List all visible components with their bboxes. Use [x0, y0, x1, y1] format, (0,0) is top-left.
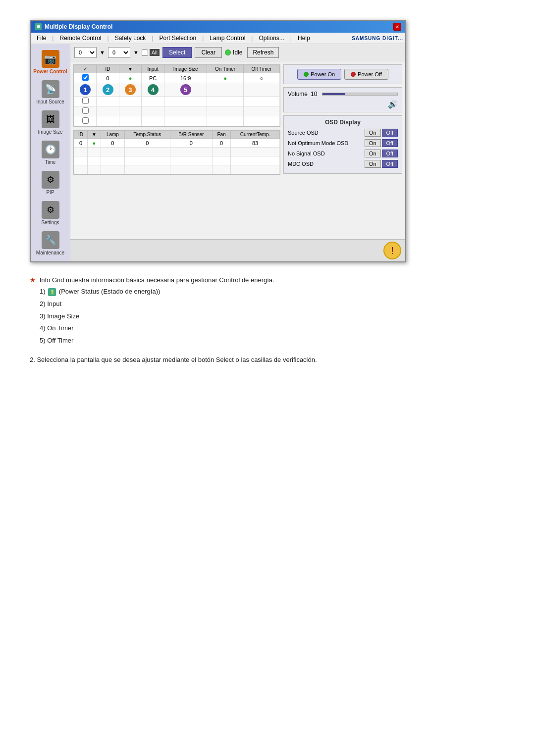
circle-4: 4 [148, 84, 159, 95]
warning-icon: ! [383, 242, 401, 259]
title-bar: 🖥 Multiple Display Control ✕ [31, 21, 405, 33]
info-note: 2. Selecciona la pantalla que se desea a… [30, 354, 505, 365]
bcol-id: ID [74, 131, 88, 139]
menu-port-selection[interactable]: Port Selection [155, 34, 200, 43]
circle-5: 5 [180, 84, 191, 95]
top-grid: ✓ ID ▼ Input Image Size On Timer Off Tim… [74, 65, 280, 126]
menu-bar: File | Remote Control | Safety Lock | Po… [31, 33, 405, 44]
idle-dot [225, 50, 231, 55]
sidebar-item-power-control[interactable]: 📷 Power Control [31, 48, 70, 76]
volume-value: 10 [311, 91, 317, 98]
col-header-on-timer: On Timer [207, 65, 243, 73]
star-icon: ★ [30, 276, 36, 284]
col-header-check: ✓ [74, 65, 97, 73]
close-button[interactable]: ✕ [393, 23, 401, 31]
toolbar: 012 ▼ 012 ▼ All Select Clear Idl [70, 44, 405, 61]
osd-not-optimum-on[interactable]: On [365, 139, 381, 147]
sidebar-item-time[interactable]: 🕐 Time [31, 139, 70, 167]
bcol-current-temp: CurrentTemp. [231, 131, 280, 139]
input-source-icon: 📡 [42, 80, 59, 98]
all-checkbox[interactable] [142, 50, 148, 56]
pip-icon: ⚙ [42, 171, 59, 189]
row-checkbox-2[interactable] [82, 98, 89, 104]
osd-source-on[interactable]: On [365, 129, 381, 137]
table-row [74, 165, 280, 174]
info-star-text: ★ Info Grid muestra información básica n… [30, 274, 505, 286]
volume-row: Volume 10 [288, 91, 398, 98]
power-control-icon: 📷 [42, 50, 59, 68]
osd-mdc-off[interactable]: Off [382, 160, 398, 168]
row-checkbox-3[interactable] [82, 107, 89, 114]
sidebar-label-maintenance: Maintenance [36, 250, 64, 255]
menu-remote-control[interactable]: Remote Control [55, 34, 105, 43]
col-header-input: Input [142, 65, 164, 73]
power-on-button[interactable]: Power On [297, 69, 341, 80]
bottom-grid: ID ▼ Lamp Temp.Status B/R Senser Fan Cur… [74, 130, 280, 174]
osd-no-signal-on[interactable]: On [365, 150, 381, 157]
osd-no-signal-off[interactable]: Off [382, 150, 398, 157]
sidebar-label-time: Time [45, 159, 56, 165]
table-row [74, 148, 280, 156]
right-control: Power On Power Off Volume 10 [283, 64, 402, 236]
speaker-icon: 🔊 [388, 100, 398, 108]
col-header-image-size: Image Size [164, 65, 207, 73]
osd-row-source: Source OSD On Off [288, 129, 398, 137]
refresh-button[interactable]: Refresh [247, 47, 279, 58]
osd-label-mdc: MDC OSD [288, 161, 365, 167]
select-button[interactable]: Select [162, 47, 192, 58]
osd-mdc-on[interactable]: On [365, 160, 381, 168]
circle-2: 2 [103, 84, 113, 95]
table-row: 1 2 3 4 [74, 83, 280, 97]
id-selector-2[interactable]: 012 [108, 47, 130, 58]
osd-row-mdc: MDC OSD On Off [288, 160, 398, 168]
clear-button[interactable]: Clear [195, 47, 222, 58]
osd-btns-not-optimum: On Off [365, 139, 398, 147]
sidebar-item-input-source[interactable]: 📡 Input Source [31, 78, 70, 106]
osd-source-off[interactable]: Off [382, 129, 398, 137]
menu-safety-lock[interactable]: Safety Lock [111, 34, 150, 43]
osd-not-optimum-off[interactable]: Off [382, 139, 398, 147]
power-off-dot [351, 72, 356, 77]
osd-section: OSD Display Source OSD On Off Not Optimu… [283, 115, 402, 174]
sidebar-item-maintenance[interactable]: 🔧 Maintenance [31, 229, 70, 257]
info-item-4: 4) On Timer [40, 322, 505, 335]
table-row: 0 ● PC 16:9 ● ○ [74, 73, 280, 83]
idle-status: Idle [225, 49, 242, 56]
window-title: Multiple Display Control [45, 23, 112, 30]
table-row [74, 116, 280, 126]
bottom-grid-container: ID ▼ Lamp Temp.Status B/R Senser Fan Cur… [73, 130, 280, 175]
row-checkbox-4[interactable] [82, 117, 89, 124]
bcol-lamp: Lamp [101, 131, 124, 139]
volume-icon-row: 🔊 [288, 100, 398, 109]
osd-row-not-optimum: Not Optimum Mode OSD On Off [288, 139, 398, 147]
time-icon: 🕐 [42, 141, 59, 158]
sidebar-item-settings[interactable]: ⚙ Settings [31, 199, 70, 227]
power-off-button[interactable]: Power Off [344, 69, 388, 80]
table-row [74, 97, 280, 106]
bcol-fan: Fan [213, 131, 231, 139]
volume-section: Volume 10 🔊 [283, 87, 402, 112]
menu-help[interactable]: Help [294, 34, 314, 43]
menu-options[interactable]: Options... [255, 34, 288, 43]
menu-lamp-control[interactable]: Lamp Control [206, 34, 249, 43]
sidebar-label-pip: PIP [46, 190, 54, 195]
volume-slider[interactable] [322, 93, 398, 96]
info-section: ★ Info Grid muestra información básica n… [30, 274, 505, 365]
info-item-2: 2) Input [40, 298, 505, 310]
id-selector-1[interactable]: 012 [74, 47, 97, 58]
col-header-off-timer: Off Timer [243, 65, 279, 73]
osd-title: OSD Display [288, 119, 398, 126]
title-bar-left: 🖥 Multiple Display Control [35, 23, 112, 30]
row-checkbox-0[interactable] [82, 74, 89, 81]
osd-btns-source: On Off [365, 129, 398, 137]
right-panel: 012 ▼ 012 ▼ All Select Clear Idl [70, 44, 405, 261]
sidebar-item-pip[interactable]: ⚙ PIP [31, 169, 70, 197]
osd-btns-mdc: On Off [365, 160, 398, 168]
osd-label-source: Source OSD [288, 130, 365, 136]
menu-file[interactable]: File [33, 34, 50, 43]
sidebar-item-image-size[interactable]: 🖼 Image Size [31, 108, 70, 137]
panels-row: ✓ ID ▼ Input Image Size On Timer Off Tim… [70, 61, 405, 239]
osd-label-not-optimum: Not Optimum Mode OSD [288, 140, 365, 146]
circle-3: 3 [125, 84, 136, 95]
col-header-id: ID [97, 65, 119, 73]
